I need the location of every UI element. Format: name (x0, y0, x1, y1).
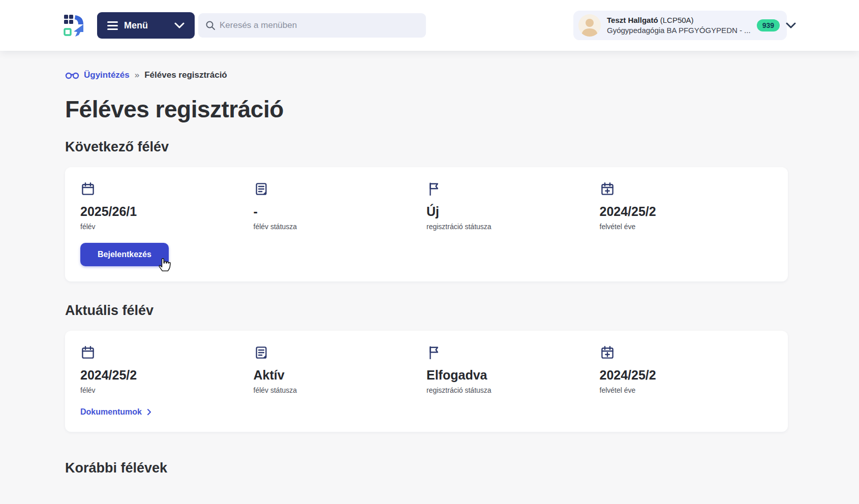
next-semester-card: 2025/26/1 félév - félév státusza (65, 167, 788, 281)
login-button[interactable]: Bejelentkezés (80, 243, 169, 266)
breadcrumb: Ügyintézés » Féléves regisztráció (65, 70, 788, 80)
flag-icon (426, 345, 600, 361)
page-title: Féléves regisztráció (65, 96, 788, 123)
user-name: Teszt Hallgató (607, 16, 658, 24)
menu-search (198, 13, 426, 38)
stat-semester-status: Aktív félév státusza (254, 345, 427, 394)
calendar-icon (80, 345, 254, 361)
menu-button[interactable]: Menü (97, 12, 195, 39)
documents-link[interactable]: Dokumentumok (80, 407, 142, 417)
stat-value: 2024/25/2 (600, 204, 773, 219)
stat-value: 2024/25/2 (80, 368, 254, 383)
top-header: Menü Teszt Hallgató (LCP50A) Gyógypedagó… (0, 0, 859, 51)
section-heading-next-semester: Következő félév (65, 139, 788, 155)
calendar-plus-icon (600, 181, 773, 198)
stat-admission-year: 2024/25/2 felvétel éve (600, 345, 773, 394)
breadcrumb-current: Féléves regisztráció (144, 70, 227, 80)
chevron-down-icon (174, 22, 185, 28)
avatar (578, 14, 601, 37)
stat-label: félév státusza (254, 223, 427, 231)
flag-icon (426, 181, 600, 198)
search-icon (205, 20, 216, 30)
current-semester-card: 2024/25/2 félév Aktív félév státusza (65, 331, 788, 432)
user-menu[interactable]: Teszt Hallgató (LCP50A) Gyógypedagógia B… (573, 11, 787, 40)
user-code: (LCP50A) (660, 16, 694, 24)
stat-label: felvétel éve (600, 223, 773, 231)
breadcrumb-separator: » (135, 70, 139, 80)
stat-label: félév (80, 386, 254, 394)
stat-label: félév (80, 223, 254, 231)
section-heading-current-semester: Aktuális félév (65, 303, 788, 319)
stat-value: 2025/26/1 (80, 204, 254, 219)
document-icon (254, 345, 427, 361)
search-input[interactable] (220, 20, 419, 30)
stat-admission-year: 2024/25/2 felvétel éve (600, 181, 773, 231)
chevron-right-icon (147, 408, 151, 416)
chevron-down-icon (786, 22, 796, 28)
section-heading-previous-semesters: Korábbi félévek (65, 460, 788, 476)
stat-label: felvétel éve (600, 386, 773, 394)
user-info: Teszt Hallgató (LCP50A) Gyógypedagógia B… (607, 15, 751, 36)
stat-semester-status: - félév státusza (254, 181, 427, 231)
stat-value: Új (426, 204, 600, 219)
stat-registration-status: Elfogadva regisztráció státusza (426, 345, 600, 394)
stat-value: Elfogadva (426, 368, 600, 383)
stat-label: regisztráció státusza (426, 386, 600, 394)
document-icon (254, 181, 427, 198)
stat-label: regisztráció státusza (426, 223, 600, 231)
stats-row: 2024/25/2 félév Aktív félév státusza (80, 345, 773, 394)
stats-row: 2025/26/1 félév - félév státusza (80, 181, 773, 231)
glasses-icon (65, 71, 79, 79)
breadcrumb-root-label: Ügyintézés (84, 70, 130, 80)
stat-semester: 2025/26/1 félév (80, 181, 254, 231)
stat-semester: 2024/25/2 félév (80, 345, 254, 394)
hamburger-icon (107, 21, 118, 30)
calendar-plus-icon (600, 345, 773, 361)
app-logo-icon[interactable] (63, 13, 85, 38)
stat-value: 2024/25/2 (600, 368, 773, 383)
user-program: Gyógypedagógia BA PFGYÓGYPEDN - ... (607, 25, 751, 36)
stat-value: Aktív (254, 368, 427, 383)
stat-registration-status: Új regisztráció státusza (426, 181, 600, 231)
notification-badge: 939 (757, 19, 780, 32)
calendar-icon (80, 181, 254, 198)
stat-value: - (254, 204, 427, 219)
stat-label: félév státusza (254, 386, 427, 394)
breadcrumb-link-ugyintezes[interactable]: Ügyintézés (65, 70, 130, 80)
menu-button-label: Menü (124, 20, 148, 31)
